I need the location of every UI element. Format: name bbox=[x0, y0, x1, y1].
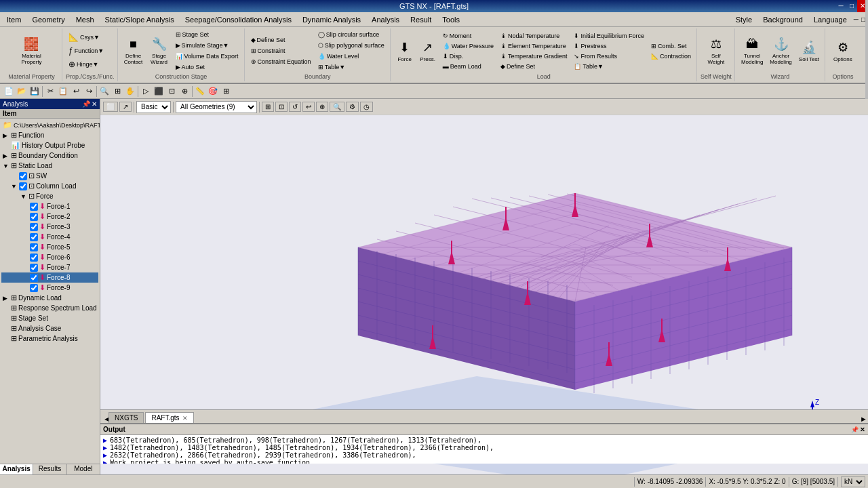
view-btn-fit[interactable]: ⚙ bbox=[346, 102, 359, 112]
expand-icon[interactable]: ▶ bbox=[3, 152, 11, 159]
menu-item-analysis[interactable]: Analysis bbox=[366, 12, 405, 26]
ribbon-btn-element-temp[interactable]: 🌡 Element Temperature bbox=[498, 41, 570, 51]
ribbon-btn-material-property[interactable]: 🧱 MaterialProperty bbox=[18, 33, 44, 68]
ribbon-btn-table-boundary[interactable]: ⊞ Table▼ bbox=[315, 62, 387, 72]
tool-snap[interactable]: 🎯 bbox=[207, 85, 219, 98]
tool-save[interactable]: 💾 bbox=[28, 85, 41, 98]
sw-checkbox[interactable] bbox=[19, 172, 27, 180]
ribbon-btn-slip-polygon[interactable]: ⬡ Slip polygonal surface bbox=[315, 41, 387, 50]
menu-item-result[interactable]: Result bbox=[405, 12, 437, 26]
ribbon-btn-constraint[interactable]: ⊞ Constraint bbox=[248, 46, 314, 56]
tree-item-force-8[interactable]: ⬇ Force-8 bbox=[1, 272, 98, 283]
tree-item-force-4[interactable]: ⬇ Force-4 bbox=[1, 232, 98, 242]
ribbon-btn-from-results[interactable]: ↘ From Results bbox=[571, 52, 647, 61]
tree-item-force-1[interactable]: ⬇ Force-1 bbox=[1, 201, 98, 211]
force-1-checkbox[interactable] bbox=[30, 203, 38, 211]
ribbon-btn-contraction[interactable]: 📐 Contraction bbox=[648, 52, 694, 61]
tree-area[interactable]: 📁 C:\Users\Aakash\Desktop\RAFT.gts ▶ ⊞ F… bbox=[0, 119, 100, 488]
status-units-select[interactable]: kN kgf N bbox=[841, 476, 865, 487]
ribbon-btn-prestress[interactable]: ⬇ Prestress bbox=[571, 41, 647, 51]
ribbon-btn-slip-circular[interactable]: ◯ Slip circular surface bbox=[315, 30, 387, 39]
tool-view3[interactable]: ⊡ bbox=[165, 85, 178, 98]
menu-item-item[interactable]: Item bbox=[1, 12, 26, 26]
ribbon-btn-soil-test[interactable]: 🔬 Soil Test bbox=[796, 35, 822, 67]
menu-item-tools[interactable]: Tools bbox=[437, 12, 465, 26]
menu-item-background[interactable]: Background bbox=[757, 12, 808, 26]
tool-redo[interactable]: ↪ bbox=[83, 85, 95, 98]
tree-item-analysis-case[interactable]: ⊞ Analysis Case bbox=[1, 323, 98, 333]
ribbon-btn-comb-set[interactable]: ⊞ Comb. Set bbox=[648, 41, 694, 51]
tool-undo[interactable]: ↩ bbox=[70, 85, 82, 98]
ribbon-btn-anchor[interactable]: ⚓ AnchorModeling bbox=[767, 35, 794, 67]
force-9-checkbox[interactable] bbox=[30, 284, 38, 292]
tree-item-force-5[interactable]: ⬇ Force-5 bbox=[1, 242, 98, 252]
ribbon-btn-self-weight[interactable]: ⚖ SelfWeight bbox=[704, 35, 728, 67]
force-6-checkbox[interactable] bbox=[30, 253, 38, 262]
tab-scroll-left[interactable]: ◄ bbox=[103, 415, 108, 423]
expand-icon[interactable]: ▼ bbox=[20, 193, 28, 200]
force-4-checkbox[interactable] bbox=[30, 233, 38, 241]
ribbon-btn-simulate-stage[interactable]: ▶ Simulate Stage▼ bbox=[173, 41, 241, 50]
view-mode-select[interactable]: Basic bbox=[136, 101, 171, 113]
view-btn-wireframe[interactable]: ⬜ bbox=[103, 102, 118, 112]
force-8-checkbox[interactable] bbox=[30, 274, 38, 282]
view-btn-2[interactable]: ⊡ bbox=[275, 102, 288, 112]
panel-pin-icon[interactable]: 📌 bbox=[82, 100, 90, 108]
tree-item-sw[interactable]: ⊡ SW bbox=[1, 171, 98, 181]
view-btn-snap[interactable]: ◷ bbox=[360, 102, 373, 112]
ribbon-btn-auto-set[interactable]: ▶ Auto Set bbox=[173, 62, 241, 72]
geometry-select[interactable]: All Geometries (9) bbox=[176, 101, 257, 113]
tool-measure[interactable]: 📏 bbox=[194, 85, 206, 98]
tab-nxgts[interactable]: NXGTS bbox=[108, 412, 144, 423]
menu-item-geometry[interactable]: Geometry bbox=[26, 12, 70, 26]
ribbon-btn-beam-load[interactable]: ▬ Beam Load bbox=[440, 62, 496, 71]
ribbon-btn-water-level[interactable]: 💧 Water Level bbox=[315, 52, 387, 61]
view-btn-6[interactable]: 🔍 bbox=[330, 102, 344, 112]
tool-zoom[interactable]: 🔍 bbox=[98, 85, 111, 98]
tree-item-history[interactable]: 📊 History Output Probe bbox=[1, 140, 98, 150]
tree-item-force-7[interactable]: ⬇ Force-7 bbox=[1, 262, 98, 272]
tab-scroll-right[interactable]: ► bbox=[860, 415, 865, 423]
view-btn-3[interactable]: ↺ bbox=[289, 102, 301, 112]
expand-icon[interactable]: ▶ bbox=[3, 295, 11, 302]
ribbon-btn-stage-wizard[interactable]: 🔧 StageWizard bbox=[147, 33, 172, 68]
tree-item-response[interactable]: ⊞ Response Spectrum Load bbox=[1, 303, 98, 313]
ribbon-btn-table-load[interactable]: 📋 Table▼ bbox=[571, 62, 647, 71]
ribbon-btn-moment[interactable]: ↻ Moment bbox=[440, 31, 496, 41]
menu-minimize-icon[interactable]: ─ bbox=[852, 14, 860, 24]
ribbon-btn-temp-gradient[interactable]: 🌡 Temperature Gradient bbox=[498, 52, 570, 61]
tool-grid[interactable]: ⊞ bbox=[220, 85, 232, 98]
ribbon-btn-csys[interactable]: 📐Csys▼ bbox=[66, 31, 115, 43]
ribbon-btn-init-equil[interactable]: ⬇ Initial Equilibrium Force bbox=[571, 31, 647, 41]
tab-raft-close[interactable]: ✕ bbox=[182, 415, 188, 422]
menu-item-style[interactable]: Style bbox=[730, 12, 757, 26]
tab-raft[interactable]: RAFT.gts ✕ bbox=[145, 412, 193, 423]
column-load-checkbox[interactable] bbox=[19, 182, 27, 190]
menu-item-mesh[interactable]: Mesh bbox=[71, 12, 100, 26]
tool-pan[interactable]: ✋ bbox=[124, 85, 136, 98]
tool-view4[interactable]: ⊕ bbox=[178, 85, 191, 98]
view-btn-5[interactable]: ⊕ bbox=[316, 102, 328, 112]
tree-item-force-3[interactable]: ⬇ Force-3 bbox=[1, 222, 98, 232]
tool-open[interactable]: 📂 bbox=[16, 85, 28, 98]
tool-copy[interactable]: 📋 bbox=[57, 85, 69, 98]
tool-new[interactable]: 📄 bbox=[3, 85, 15, 98]
ribbon-btn-force[interactable]: ⬇ Force bbox=[394, 35, 416, 67]
output-content[interactable]: ▶ 683(Tetrahedron), 685(Tetrahedron), 99… bbox=[100, 435, 868, 464]
tree-item-boundary[interactable]: ▶ ⊞ Boundary Condition bbox=[1, 150, 98, 161]
menu-item-static[interactable]: Static/Slope Analysis bbox=[100, 12, 180, 26]
tree-item-force-6[interactable]: ⬇ Force-6 bbox=[1, 252, 98, 262]
ribbon-btn-hinge[interactable]: ⊕Hinge▼ bbox=[66, 58, 115, 70]
view-btn-perspective[interactable]: ↗ bbox=[119, 102, 132, 112]
tree-item-column-load[interactable]: ▼ ⊡ Column Load bbox=[1, 181, 98, 191]
view-btn-1[interactable]: ⊞ bbox=[262, 102, 274, 112]
force-2-checkbox[interactable] bbox=[30, 213, 38, 221]
menu-item-dynamic[interactable]: Dynamic Analysis bbox=[297, 12, 366, 26]
output-pin-icon[interactable]: 📌 bbox=[851, 426, 859, 433]
ribbon-btn-volume-export[interactable]: 📊 Volume Data Export bbox=[173, 52, 241, 61]
tree-item-path[interactable]: 📁 C:\Users\Aakash\Desktop\RAFT.gts bbox=[1, 120, 98, 130]
force-7-checkbox[interactable] bbox=[30, 264, 38, 272]
ribbon-btn-nodal-temp[interactable]: 🌡 Nodal Temperature bbox=[498, 31, 570, 41]
tree-item-static-load[interactable]: ▼ ⊞ Static Load bbox=[1, 161, 98, 171]
ribbon-btn-constraint-eq[interactable]: ⊕ Constraint Equation bbox=[248, 57, 314, 66]
